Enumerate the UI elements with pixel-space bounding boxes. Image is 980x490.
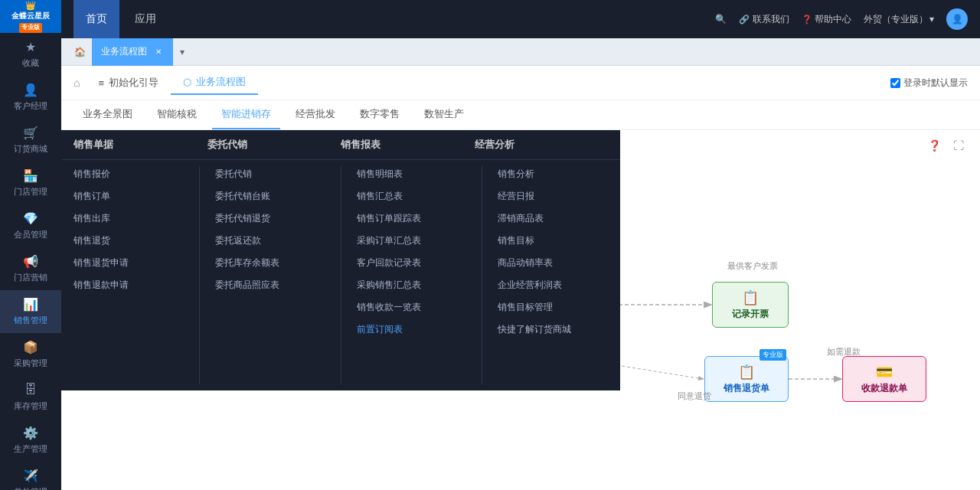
edition-badge: 专业版 bbox=[19, 23, 42, 32]
dropdown-item-2-1[interactable]: 销售汇总表 bbox=[357, 188, 467, 204]
breadcrumb-home[interactable]: ⌂ bbox=[74, 77, 80, 89]
help-button[interactable]: ❓ bbox=[925, 136, 943, 155]
app-logo[interactable]: 👑 金蝶云星辰 专业版 bbox=[0, 0, 61, 33]
tab-home-icon[interactable]: 🏠 bbox=[67, 38, 92, 66]
sidebar-item-订货商城[interactable]: 🛒 订货商城 bbox=[0, 119, 61, 162]
dropdown-col-header-1: 销售单据 bbox=[74, 138, 207, 152]
dropdown-item-0-1[interactable]: 销售订单 bbox=[74, 188, 184, 204]
nav-home[interactable]: 首页 bbox=[74, 0, 119, 38]
tab-bar: 🏠 业务流程图 ✕ ▾ bbox=[61, 38, 980, 66]
dropdown-item-0-4[interactable]: 销售退货申请 bbox=[74, 255, 184, 271]
tab-close-button[interactable]: ✕ bbox=[153, 47, 164, 57]
dropdown-item-3-3[interactable]: 销售目标 bbox=[498, 233, 608, 249]
sidebar-label-2: 订货商城 bbox=[14, 143, 47, 155]
divider-3 bbox=[482, 166, 482, 384]
diagram-area: 金蝶云星辰 外贸行业解决方案 ❓ ⛶ 按股份开价 提供客户发票 📄 销售订单 销… bbox=[61, 130, 980, 490]
sidebar-item-会员管理[interactable]: 💎 会员管理 bbox=[0, 204, 61, 247]
flow-hint-best-invoice: 最供客户发票 bbox=[727, 260, 778, 272]
dropdown-item-2-2[interactable]: 销售订单跟踪表 bbox=[357, 211, 467, 227]
sidebar-item-收藏[interactable]: ★ 收藏 bbox=[0, 33, 61, 76]
tab-flow-label: 业务流程图 bbox=[101, 45, 147, 58]
chevron-down-icon: ▾ bbox=[929, 14, 934, 24]
search-icon[interactable]: 🔍 bbox=[715, 14, 727, 24]
sidebar-item-差外管理[interactable]: ✈️ 差外管理 bbox=[0, 462, 61, 490]
dropdown-item-3-0[interactable]: 销售分析 bbox=[498, 166, 608, 182]
main-tab-wholesale[interactable]: 经营批发 bbox=[286, 100, 345, 129]
content-area: 🏠 业务流程图 ✕ ▾ ⌂ ≡ 初始化引导 ⬡ 业务流程图 bbox=[61, 38, 980, 490]
user-avatar[interactable]: 👤 bbox=[946, 8, 968, 30]
dropdown-col-1: 销售报价销售订单销售出库销售退货销售退货申请销售退款申请 bbox=[61, 166, 196, 384]
dropdown-item-1-0[interactable]: 委托代销 bbox=[215, 166, 325, 182]
main-tab-production[interactable]: 数智生产 bbox=[415, 100, 473, 129]
logo-text: 金蝶云星辰 bbox=[11, 11, 50, 21]
nav-apps[interactable]: 应用 bbox=[122, 0, 168, 38]
dropdown-item-1-5[interactable]: 委托商品照应表 bbox=[215, 277, 325, 293]
default-display-checkbox[interactable]: 登录时默认显示 bbox=[890, 77, 968, 90]
sidebar-item-生产管理[interactable]: ⚙️ 生产管理 bbox=[0, 419, 61, 462]
sidebar-item-采购管理[interactable]: 📦 采购管理 bbox=[0, 333, 61, 376]
sidebar-item-门店管理[interactable]: 🏪 门店管理 bbox=[0, 162, 61, 204]
sidebar-label-3: 门店管理 bbox=[14, 186, 47, 198]
dropdown-col-header-3: 销售报表 bbox=[341, 138, 475, 152]
dropdown-item-1-1[interactable]: 委托代销台账 bbox=[215, 188, 325, 204]
dropdown-item-3-7[interactable]: 快捷了解订货商城 bbox=[498, 322, 608, 338]
dropdown-item-3-4[interactable]: 商品动销率表 bbox=[498, 255, 608, 271]
dropdown-header: 销售单据 委托代销 销售报表 经营分析 bbox=[61, 130, 620, 160]
dropdown-item-0-5[interactable]: 销售退款申请 bbox=[74, 277, 184, 293]
main-tab-sales[interactable]: 智能进销存 bbox=[212, 100, 280, 129]
sidebar-icon-5: 📢 bbox=[23, 253, 38, 269]
dropdown-item-1-3[interactable]: 委托返还款 bbox=[215, 233, 325, 249]
refund-node[interactable]: 💳 收款退款单 bbox=[842, 356, 926, 402]
sidebar-item-门店营销[interactable]: 📢 门店营销 bbox=[0, 247, 61, 290]
tab-dropdown-button[interactable]: ▾ bbox=[173, 43, 191, 61]
sidebar-label-6: 销售管理 bbox=[14, 315, 47, 326]
sidebar-label-4: 会员管理 bbox=[14, 229, 47, 240]
edition-selector[interactable]: 外贸（专业版） ▾ bbox=[864, 13, 934, 26]
dropdown-item-3-5[interactable]: 企业经营利润表 bbox=[498, 277, 608, 293]
contact-link[interactable]: 🔗 联系我们 bbox=[739, 13, 789, 26]
sub-tab-flow[interactable]: ⬡ 业务流程图 bbox=[171, 70, 258, 95]
dropdown-item-2-7[interactable]: 前置订阅表 bbox=[357, 322, 467, 338]
dropdown-item-0-2[interactable]: 销售出库 bbox=[74, 211, 184, 227]
main-tab-retail[interactable]: 数字零售 bbox=[351, 100, 409, 129]
sidebar-icon-7: 📦 bbox=[23, 339, 38, 354]
dropdown-item-3-2[interactable]: 滞销商品表 bbox=[498, 211, 608, 227]
sidebar-icon-4: 💎 bbox=[23, 211, 38, 226]
sidebar-label-10: 差外管理 bbox=[14, 486, 47, 490]
sidebar-label-8: 库存管理 bbox=[14, 400, 47, 412]
sidebar-item-销售管理[interactable]: 📊 销售管理 bbox=[0, 290, 61, 333]
sidebar-icon-1: 👤 bbox=[23, 82, 38, 97]
sidebar-label-5: 门店营销 bbox=[14, 272, 47, 283]
flow-hint-agree-return: 同意退货 bbox=[678, 390, 711, 402]
dropdown-item-2-4[interactable]: 客户回款记录表 bbox=[357, 255, 467, 271]
dropdown-item-3-1[interactable]: 经营日报 bbox=[498, 188, 608, 204]
dropdown-item-2-6[interactable]: 销售收款一览表 bbox=[357, 299, 467, 315]
sidebar-item-客户经理[interactable]: 👤 客户经理 bbox=[0, 76, 61, 119]
sub-tab-init[interactable]: ≡ 初始化引导 bbox=[86, 70, 171, 95]
dropdown-item-1-4[interactable]: 委托库存余额表 bbox=[215, 255, 325, 271]
sidebar-icon-8: 🗄 bbox=[23, 382, 38, 397]
dropdown-item-3-6[interactable]: 销售目标管理 bbox=[498, 299, 608, 315]
sales-return-node[interactable]: 专业版 📋 销售退货单 bbox=[704, 356, 789, 402]
divider-1 bbox=[199, 166, 200, 384]
sidebar-icon-9: ⚙️ bbox=[23, 425, 38, 440]
sub-tab-bar: ⌂ ≡ 初始化引导 ⬡ 业务流程图 登录时默认显示 bbox=[61, 66, 980, 100]
default-display-input[interactable] bbox=[890, 78, 900, 88]
main-tab-overview[interactable]: 业务全景图 bbox=[74, 100, 142, 129]
help-link[interactable]: ❓ 帮助中心 bbox=[802, 13, 851, 26]
main-tab-tax[interactable]: 智能核税 bbox=[148, 100, 206, 129]
dropdown-item-2-5[interactable]: 采购销售汇总表 bbox=[357, 277, 467, 293]
sidebar-label-1: 客户经理 bbox=[14, 100, 47, 112]
dropdown-item-2-0[interactable]: 销售明细表 bbox=[357, 166, 467, 182]
sidebar-item-库存管理[interactable]: 🗄 库存管理 bbox=[0, 376, 61, 419]
sub-tabs: ≡ 初始化引导 ⬡ 业务流程图 bbox=[86, 70, 258, 95]
invoice-node[interactable]: 📋 记录开票 bbox=[712, 282, 789, 328]
tab-business-flow[interactable]: 业务流程图 ✕ bbox=[92, 38, 173, 66]
fullscreen-button[interactable]: ⛶ bbox=[949, 136, 968, 155]
dropdown-item-1-2[interactable]: 委托代销退货 bbox=[215, 211, 325, 227]
dropdown-item-2-3[interactable]: 采购订单汇总表 bbox=[357, 233, 467, 249]
invoice-icon: 📋 bbox=[742, 289, 759, 306]
dropdown-item-0-3[interactable]: 销售退货 bbox=[74, 233, 184, 249]
dropdown-item-0-0[interactable]: 销售报价 bbox=[74, 166, 184, 182]
dropdown-col-header-4: 经营分析 bbox=[475, 138, 609, 152]
